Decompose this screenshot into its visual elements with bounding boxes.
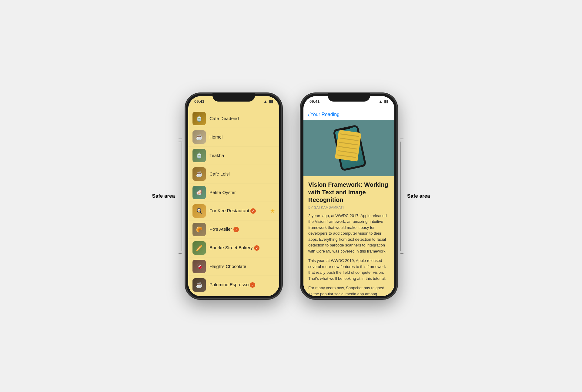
ruler-line-2 [340,138,359,141]
right-phone: 09:41 ▲ ▮▮ ‹ Your Reading [300,93,397,299]
bracket-connector-top [182,139,182,139]
list-item[interactable]: ☕Cafe Loisl [188,165,279,183]
right-screen: 09:41 ▲ ▮▮ ‹ Your Reading [303,96,394,296]
list-item[interactable]: 🍳For Kee Restaurant✓★ [188,202,279,220]
left-phone-scene: Safe area 09:41 [148,93,282,299]
verified-badge: ✓ [250,208,256,214]
list-item[interactable]: 🥐Po's Atelier✓ [188,220,279,239]
notch-right [328,93,370,102]
status-time-left: 09:41 [194,99,204,104]
bracket-vert-line [182,142,182,251]
list-item[interactable]: ☕Homei [188,128,279,146]
list-item-name: Cafe Deadend [209,116,275,121]
restaurant-list: 🍵Cafe Deadend☕Homei🍵Teakha☕Cafe Loisl🦪Pe… [188,96,279,296]
right-safe-area-label: Safe area [403,193,434,199]
ruler-line-1 [340,133,359,137]
right-safe-area-annotation: Safe area [400,139,434,254]
list-item-name: Palomino Espresso✓ [209,282,275,288]
article-author: BY SAI KAMBAMPATI [308,206,390,209]
back-arrow-icon: ‹ [308,111,310,118]
list-item-thumb: 🦪 [192,186,206,199]
verified-badge: ✓ [233,227,239,232]
article-paragraph-3: For many years now, Snapchat has reigned… [308,285,390,296]
right-phone-scene: 09:41 ▲ ▮▮ ‹ Your Reading [300,93,434,299]
list-item-name: Teakha [209,153,275,158]
list-item[interactable]: 🦪Petite Oyster [188,183,279,202]
wifi-icon-right: ▲ [379,99,383,104]
list-item-name: Homei [209,134,275,139]
list-item[interactable]: 🍵Teakha [188,146,279,165]
back-button[interactable]: ‹ Your Reading [308,111,340,118]
bracket-bottom-arm [179,253,182,254]
list-item-thumb: ☕ [192,167,206,181]
left-safe-area-annotation: Safe area [148,139,182,254]
list-item-name: Cafe Loisl [209,171,275,176]
article-content: ‹ Your Reading [303,96,394,296]
verified-badge: ✓ [254,245,259,251]
right-bracket-vert [400,142,401,251]
wifi-icon: ▲ [263,99,267,104]
back-label: Your Reading [310,112,340,117]
right-bracket-bottom-arm [400,253,403,254]
battery-icon: ▮▮ [269,99,273,104]
right-bracket-top-arm [400,139,403,139]
list-item[interactable]: 🍜Homei [188,294,279,296]
list-screen: 09:41 ▲ ▮▮ 🍵Cafe Deadend☕Homei🍵Teakha☕Ca… [188,96,279,296]
bracket-spacer [179,142,182,142]
left-safe-area-label: Safe area [148,193,179,199]
article-body: Vision Framework: Working with Text and … [303,176,394,296]
status-icons-left: ▲ ▮▮ [263,99,273,104]
status-icons-right: ▲ ▮▮ [379,99,388,104]
list-item-thumb: ☕ [192,278,206,292]
list-item-thumb: 🍫 [192,260,206,273]
ruler-line-4 [338,146,357,149]
battery-icon-right: ▮▮ [384,99,388,104]
list-item-thumb: 🍵 [192,112,206,125]
nav-bar: ‹ Your Reading [303,109,394,120]
left-screen: 09:41 ▲ ▮▮ 🍵Cafe Deadend☕Homei🍵Teakha☕Ca… [188,96,279,296]
article-paragraph-2: This year, at WWDC 2019, Apple released … [308,258,390,281]
list-item[interactable]: 🍫Haigh's Chocolate [188,257,279,276]
list-item[interactable]: ☕Palomino Espresso✓ [188,276,279,294]
notch [212,93,255,102]
article-title: Vision Framework: Working with Text and … [308,181,390,204]
ruler-line-5 [338,150,357,154]
article-hero-image [303,120,394,176]
list-item-thumb: 🍳 [192,204,206,218]
article-paragraph-1: 2 years ago, at WWDC 2017, Apple release… [308,213,390,254]
list-item-name: Petite Oyster [209,190,275,195]
list-item-name: For Kee Restaurant✓ [209,208,266,214]
list-item-name: Po's Atelier✓ [209,226,275,233]
list-item[interactable]: 🥖Bourke Street Bakery✓ [188,239,279,257]
bracket-top-arm [179,139,182,139]
star-badge: ★ [270,208,275,214]
verified-badge: ✓ [250,282,255,288]
status-time-right: 09:41 [309,99,319,104]
left-phone: 09:41 ▲ ▮▮ 🍵Cafe Deadend☕Homei🍵Teakha☕Ca… [185,93,282,299]
article-screen: 09:41 ▲ ▮▮ ‹ Your Reading [303,96,394,296]
list-item-name: Haigh's Chocolate [209,264,275,269]
list-item[interactable]: 🍵Cafe Deadend [188,109,279,128]
list-item-thumb: 🥐 [192,223,206,236]
list-item-thumb: 🥖 [192,241,206,255]
ruler-line-6 [337,154,356,158]
list-item-name: Bourke Street Bakery✓ [209,245,275,251]
ruler-line-3 [339,142,358,146]
list-item-thumb: ☕ [192,130,206,144]
yellow-ruler [335,130,361,162]
list-item-thumb: 🍵 [192,149,206,162]
